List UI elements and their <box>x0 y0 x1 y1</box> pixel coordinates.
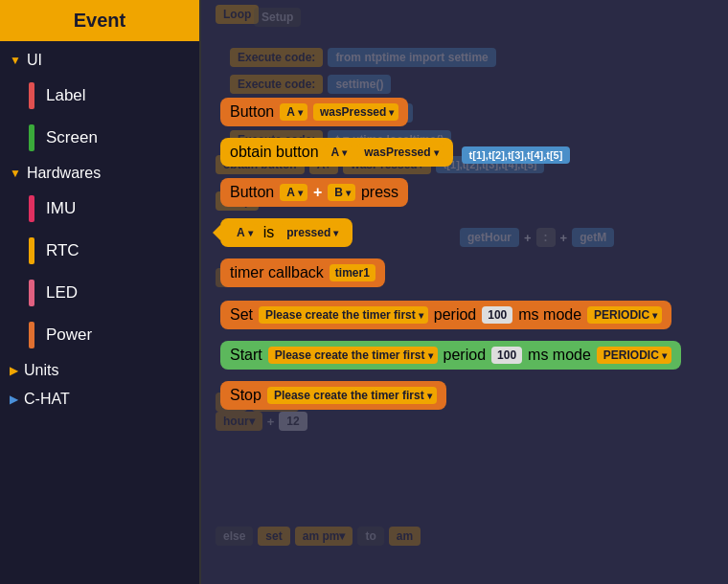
obtain-block[interactable]: obtain button A wasPressed <box>220 138 453 167</box>
timer-callback-row: timer callback timer1 <box>220 258 718 293</box>
timer1-badge: timer1 <box>330 264 375 281</box>
main-area: Loop Setup Execute code: from ntptime im… <box>201 0 728 584</box>
sidebar-item-power[interactable]: Power <box>0 314 199 356</box>
btn-a1-dropdown[interactable]: A <box>280 103 307 121</box>
units-arrow: ▶ <box>10 364 18 377</box>
stop-label: Stop <box>230 387 262 404</box>
led-color-bar <box>29 280 34 306</box>
label-text: Label <box>46 86 86 105</box>
btn-ab-a-dropdown[interactable]: A <box>280 184 307 201</box>
is-label: is <box>263 224 275 241</box>
bg-exec2-val: settime() <box>328 75 391 94</box>
button-waspressed-block[interactable]: Button A wasPressed <box>220 98 408 126</box>
bg-am2: am <box>389 527 421 546</box>
power-text: Power <box>46 326 92 345</box>
period-val1: 100 <box>482 306 512 324</box>
notch-icon <box>213 225 220 240</box>
rtc-color-bar <box>29 237 34 264</box>
stop-timer-block[interactable]: Stop Please create the timer first <box>220 381 446 410</box>
set-label: Set <box>230 306 253 324</box>
sidebar-section-hardwares[interactable]: ▼ Hardwares <box>0 159 199 188</box>
chat-arrow: ▶ <box>10 393 18 406</box>
screen-color-bar <box>29 124 34 151</box>
sidebar-hardwares-label: Hardwares <box>27 165 101 182</box>
screen-text: Screen <box>46 128 98 147</box>
period-label1: period <box>434 306 476 324</box>
button2-label: Button <box>230 184 274 201</box>
bg-exec2: Execute code: <box>230 75 323 94</box>
start-label: Start <box>230 347 262 364</box>
a-is-pressed-row: A is pressed <box>220 218 718 253</box>
bg-plus3: + <box>267 415 275 429</box>
start-timer-row: Start Please create the timer first peri… <box>220 341 718 375</box>
a-is-pressed-block[interactable]: A is pressed <box>220 218 353 247</box>
period-val2: 100 <box>491 347 522 364</box>
obtain-button-row: obtain button A wasPressed t[1],t[2],t[3… <box>220 138 718 172</box>
periodic2-dropdown[interactable]: PERIODIC <box>597 347 671 364</box>
sidebar-item-imu[interactable]: IMU <box>0 188 199 230</box>
bg-else: else <box>216 527 253 546</box>
obtain-label: obtain button <box>230 144 319 161</box>
bg-loop-block: Loop <box>216 5 259 24</box>
led-text: LED <box>46 283 78 303</box>
set-timer-row: Set Please create the timer first period… <box>220 301 718 335</box>
please-create2-dropdown[interactable]: Please create the timer first <box>268 347 438 364</box>
sidebar-section-units[interactable]: ▶ Units <box>0 356 199 385</box>
stop-timer-row: Stop Please create the timer first <box>220 381 718 416</box>
please-create3-dropdown[interactable]: Please create the timer first <box>267 387 437 404</box>
was-pressed1-dropdown[interactable]: wasPressed <box>313 103 398 121</box>
button-ab-block[interactable]: Button A + B press <box>220 178 408 207</box>
bg-ampm: am pm▾ <box>295 527 353 546</box>
sidebar-header: Event <box>0 0 199 41</box>
rtc-text: RTC <box>46 241 80 260</box>
pressed-dropdown[interactable]: pressed <box>280 224 343 241</box>
ui-arrow: ▼ <box>10 54 21 67</box>
sidebar: Event ▼ UI Label Screen ▼ Hardwares IMU … <box>0 0 201 584</box>
bg-to: to <box>357 527 383 546</box>
sidebar-section-ui[interactable]: ▼ UI <box>0 46 199 75</box>
bg-exec1-val: from ntptime import settime <box>328 48 495 67</box>
sidebar-item-screen[interactable]: Screen <box>0 117 199 159</box>
btn-a2-dropdown[interactable]: A <box>325 144 353 161</box>
sidebar-ui-label: UI <box>27 52 42 69</box>
start-timer-block[interactable]: Start Please create the timer first peri… <box>220 341 681 370</box>
sidebar-item-label[interactable]: Label <box>0 75 199 117</box>
label-color-bar <box>29 82 34 109</box>
sidebar-section-chat[interactable]: ▶ C-HAT <box>0 385 199 414</box>
imu-color-bar <box>29 195 34 222</box>
blocks-area: Loop Setup Execute code: from ntptime im… <box>201 0 728 430</box>
hardwares-arrow: ▼ <box>10 167 21 180</box>
button-was-pressed-row: Button A wasPressed <box>220 98 718 132</box>
button-label: Button <box>230 103 274 121</box>
please-create1-dropdown[interactable]: Please create the timer first <box>259 306 428 324</box>
sidebar-item-rtc[interactable]: RTC <box>0 230 199 272</box>
sidebar-item-led[interactable]: LED <box>0 272 199 314</box>
press-label: press <box>361 184 398 201</box>
timer-callback-label: timer callback <box>230 264 324 281</box>
a-dropdown[interactable]: A <box>230 224 258 241</box>
button-ab-press-row: Button A + B press <box>220 178 718 213</box>
ms-mode1-label: ms mode <box>518 306 581 324</box>
period-label2: period <box>444 347 486 364</box>
btn-ab-b-dropdown[interactable]: B <box>328 184 355 201</box>
bg-setup-block: Setup <box>254 8 301 27</box>
was-pressed2-dropdown[interactable]: wasPressed <box>357 144 443 161</box>
set-timer-block[interactable]: Set Please create the timer first period… <box>220 301 671 329</box>
sidebar-chat-label: C-HAT <box>24 391 70 408</box>
bg-exec1: Execute code: <box>230 48 323 67</box>
ms-mode2-label: ms mode <box>528 347 591 364</box>
plus-sign-ab: + <box>313 184 322 201</box>
periodic1-dropdown[interactable]: PERIODIC <box>587 306 662 324</box>
power-color-bar <box>29 322 34 348</box>
fg-blocks: Button A wasPressed obtain button A wasP… <box>211 98 718 416</box>
bg-set2: set <box>258 527 289 546</box>
t-values: t[1],t[2],t[3],t[4],t[5] <box>462 146 571 164</box>
timer-callback-block[interactable]: timer callback timer1 <box>220 258 385 287</box>
imu-text: IMU <box>46 199 76 218</box>
sidebar-units-label: Units <box>24 362 58 379</box>
